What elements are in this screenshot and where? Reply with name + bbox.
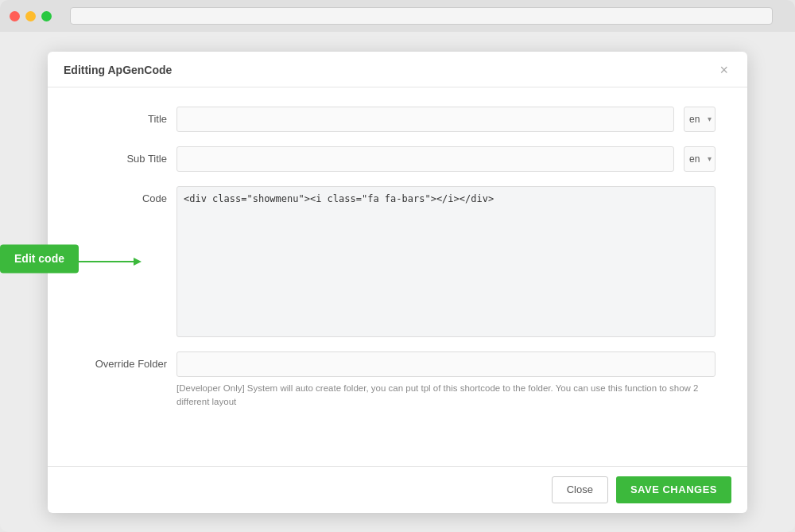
title-label: Title: [80, 113, 167, 125]
code-textarea[interactable]: <div class="showmenu"><i class="fa fa-ba…: [176, 186, 716, 337]
title-bar: [0, 0, 795, 32]
svg-marker-1: [134, 258, 142, 266]
code-label: Code: [80, 186, 167, 204]
subtitle-label: Sub Title: [80, 153, 167, 165]
dialog-body: Title en fr de es Sub Title: [48, 87, 747, 466]
subtitle-lang-wrapper: en fr de es: [684, 146, 716, 172]
address-bar: [70, 7, 773, 25]
edit-code-arrow-icon: [72, 254, 143, 270]
dialog-header: Editting ApGenCode ×: [48, 52, 747, 87]
edit-code-button[interactable]: Edit code: [0, 244, 79, 273]
override-hint: [Developer Only] System will auto create…: [176, 382, 716, 410]
dialog-footer: Close SAVE CHANGES: [48, 466, 747, 513]
title-lang-wrapper: en fr de es: [684, 107, 716, 132]
dialog-close-button[interactable]: ×: [716, 63, 731, 77]
os-window: Editting ApGenCode × Title en fr de es: [0, 0, 795, 532]
subtitle-row: Sub Title en fr de es: [80, 146, 716, 172]
title-lang-select[interactable]: en fr de es: [684, 107, 716, 132]
title-row: Title en fr de es: [80, 107, 716, 132]
save-changes-button[interactable]: SAVE CHANGES: [616, 476, 731, 503]
close-button[interactable]: Close: [552, 476, 608, 503]
title-input[interactable]: [176, 107, 674, 132]
dialog-outer: Editting ApGenCode × Title en fr de es: [0, 32, 795, 532]
code-section: Edit code Code <div class="showmenu"><i …: [80, 186, 716, 337]
override-row: Override Folder: [80, 351, 716, 377]
subtitle-input[interactable]: [176, 146, 674, 172]
close-dot[interactable]: [10, 11, 20, 21]
subtitle-lang-select[interactable]: en fr de es: [684, 146, 716, 172]
override-label: Override Folder: [80, 358, 167, 370]
dialog: Editting ApGenCode × Title en fr de es: [48, 52, 747, 513]
edit-code-container: Edit code: [72, 254, 143, 270]
maximize-dot[interactable]: [41, 11, 52, 21]
code-row: Code <div class="showmenu"><i class="fa …: [80, 186, 716, 337]
arrow-container: [72, 254, 143, 270]
minimize-dot[interactable]: [25, 11, 36, 21]
override-input[interactable]: [176, 351, 716, 377]
dialog-title: Editting ApGenCode: [64, 64, 172, 76]
